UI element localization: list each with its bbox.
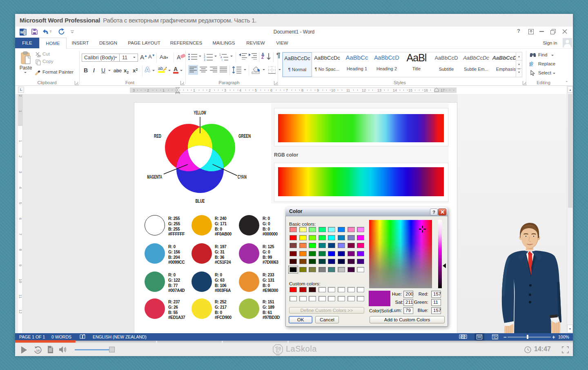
- svg-text:MAGENTA: MAGENTA: [147, 174, 162, 180]
- svg-text:CYAN: CYAN: [238, 174, 247, 180]
- svg-text:3: 3: [204, 58, 205, 61]
- svg-text:RED: RED: [154, 133, 161, 139]
- svg-text:W: W: [20, 30, 24, 34]
- svg-text:A: A: [177, 54, 181, 61]
- svg-text:BLUE: BLUE: [195, 198, 205, 204]
- svg-text:GREEN: GREEN: [238, 133, 251, 139]
- svg-text:i: i: [222, 58, 222, 61]
- svg-text:YELLOW: YELLOW: [194, 110, 206, 116]
- svg-text:10: 10: [36, 349, 40, 352]
